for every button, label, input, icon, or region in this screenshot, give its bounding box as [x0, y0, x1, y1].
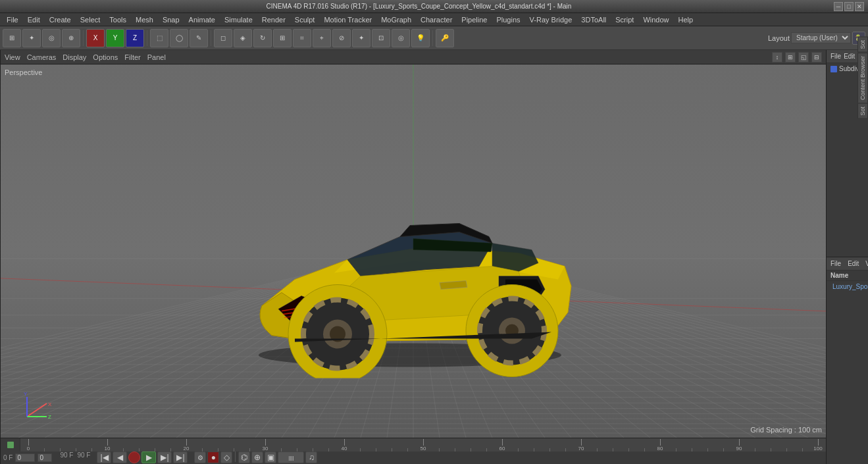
menu-item-pipeline[interactable]: Pipeline [457, 14, 491, 25]
obj-tool-4[interactable]: ⊞ [273, 29, 292, 47]
menu-item-3dtoall[interactable]: 3DToAll [577, 14, 610, 25]
vp-menu-filter[interactable]: Filter [124, 53, 140, 61]
select-circle[interactable]: ◯ [170, 29, 188, 47]
side-tab-sot[interactable]: Sot [857, 37, 868, 53]
menu-item-edit[interactable]: Edit [24, 14, 44, 25]
menu-item-character[interactable]: Character [417, 14, 456, 25]
obj-edit-label[interactable]: Edit [844, 53, 855, 60]
obj-tool-1[interactable]: ◻ [214, 29, 232, 47]
mode-tool-4[interactable]: ⊕ [62, 29, 80, 47]
viewport[interactable]: Perspective [1, 64, 826, 438]
object-list-item[interactable]: Luxury_Sports_Coupe_Concept_Ye... [827, 281, 868, 292]
playback-mode-1[interactable]: ⚙ [194, 451, 206, 463]
vp-icon-3[interactable]: ◱ [798, 52, 809, 63]
menu-item-sculpt[interactable]: Sculpt [291, 14, 319, 25]
menu-item-snap[interactable]: Snap [159, 14, 184, 25]
frame-input-end[interactable] [38, 453, 52, 462]
ruler-tick-56 [463, 448, 478, 451]
auto-key[interactable]: ⊕ [251, 451, 263, 463]
viewport-toolbar: View Cameras Display Options Filter Pane… [1, 50, 826, 64]
vp-icon-2[interactable]: ⊞ [785, 52, 796, 63]
menu-item-plugins[interactable]: Plugins [492, 14, 524, 25]
vp-menu-panel[interactable]: Panel [147, 53, 166, 61]
menu-item-select[interactable]: Select [76, 14, 105, 25]
obj-edit-label-2[interactable]: Edit [848, 260, 859, 267]
mode-tool-3[interactable]: ◎ [42, 29, 61, 47]
obj-tool-10[interactable]: ◎ [392, 29, 410, 47]
timeline: 0102030405060708090100 0 F 90 F 90 F |◀ … [1, 438, 826, 464]
playback-options[interactable]: |||| [278, 451, 304, 463]
menu-item-motion-tracker[interactable]: Motion Tracker [320, 14, 376, 25]
record-button[interactable] [128, 451, 140, 463]
obj-tool-8[interactable]: ✦ [352, 29, 370, 47]
timeline-ruler[interactable]: 0102030405060708090100 [1, 438, 826, 451]
side-tab-sot-2[interactable]: Sot [857, 103, 868, 119]
go-start-button[interactable]: |◀ [97, 451, 111, 463]
vp-icon-1[interactable]: ↕ [772, 52, 782, 63]
ruler-tick-4 [52, 448, 68, 451]
play-button[interactable]: ▶ [141, 451, 156, 463]
side-tab-content-browser[interactable]: Content Browser [857, 53, 868, 103]
svg-line-0 [27, 403, 47, 417]
sound[interactable]: ♫ [305, 451, 317, 463]
close-button[interactable]: ✕ [855, 2, 864, 11]
obj-tool-5[interactable]: ⌗ [293, 29, 311, 47]
menu-item-help[interactable]: Help [675, 14, 698, 25]
obj-tool-2[interactable]: ◈ [234, 29, 252, 47]
layout-select[interactable]: Startup (User) [791, 32, 851, 43]
record-mode[interactable]: ● [207, 451, 219, 463]
axis-y[interactable]: Y [106, 29, 124, 47]
vp-menu-display[interactable]: Display [63, 53, 86, 61]
menu-item-simulate[interactable]: Simulate [220, 14, 257, 25]
vp-menu-view[interactable]: View [5, 53, 20, 61]
vp-menu-options[interactable]: Options [93, 53, 118, 61]
mode-tool-1[interactable]: ⊞ [3, 29, 21, 47]
menu-item-render[interactable]: Render [258, 14, 290, 25]
menu-item-window[interactable]: Window [639, 14, 673, 25]
frame-input-current[interactable] [15, 453, 35, 462]
menu-item-mograph[interactable]: MoGraph [377, 14, 415, 25]
keyframe-mode[interactable]: ◇ [220, 451, 232, 463]
menu-item-mesh[interactable]: Mesh [132, 14, 157, 25]
obj-view-label-2[interactable]: View [865, 260, 868, 267]
title-bar: CINEMA 4D R17.016 Studio (R17) - [Luxury… [0, 0, 868, 13]
minimize-button[interactable]: ─ [834, 2, 843, 11]
ruler-tick-98 [794, 448, 810, 451]
right-panel-bottom-header: File Edit View [827, 257, 868, 271]
menu-item-animate[interactable]: Animate [185, 14, 219, 25]
maximize-button[interactable]: □ [844, 2, 854, 11]
prev-frame-button[interactable]: ◀ [113, 451, 127, 463]
obj-tool-7[interactable]: ⊘ [332, 29, 351, 47]
menu-item-file[interactable]: File [3, 14, 22, 25]
obj-file-label[interactable]: File [830, 53, 841, 60]
menu-item-script[interactable]: Script [611, 14, 638, 25]
go-end-button[interactable]: ▶| [173, 451, 188, 463]
obj-file-label-2[interactable]: File [830, 260, 841, 267]
vp-icon-4[interactable]: ⊟ [811, 52, 822, 63]
menu-item-create[interactable]: Create [45, 14, 75, 25]
obj-tool-12[interactable]: 🔑 [436, 29, 454, 47]
menu-item-tools[interactable]: Tools [105, 14, 130, 25]
axis-x[interactable]: X [86, 29, 105, 47]
ruler-tick-94 [763, 448, 779, 451]
timeline-start-marker [1, 438, 20, 451]
playback-fps[interactable]: ▣ [265, 451, 276, 463]
obj-tool-11[interactable]: 💡 [411, 29, 430, 47]
frame-rate-display-2: 90 F [77, 451, 90, 463]
ruler-tick-0: 0 [20, 439, 36, 451]
mode-tool-2[interactable]: ✦ [22, 29, 41, 47]
vp-menu-cameras[interactable]: Cameras [27, 53, 57, 61]
axis-z[interactable]: Z [126, 29, 144, 47]
obj-tool-3[interactable]: ↻ [253, 29, 272, 47]
menu-item-v-ray-bridge[interactable]: V-Ray Bridge [526, 14, 576, 25]
ruler-tick-74 [605, 448, 621, 451]
menu-bar: FileEditCreateSelectToolsMeshSnapAnimate… [0, 13, 868, 26]
window-controls[interactable]: ─ □ ✕ [834, 2, 864, 11]
ruler-tick-90: 90 [731, 439, 747, 451]
obj-tool-9[interactable]: ⊡ [372, 29, 390, 47]
obj-tool-6[interactable]: ⌖ [313, 29, 331, 47]
motion-record[interactable]: ⌬ [238, 451, 250, 463]
select-rect[interactable]: ⬚ [150, 29, 168, 47]
select-free[interactable]: ✎ [190, 29, 208, 47]
next-frame-button[interactable]: ▶| [157, 451, 172, 463]
